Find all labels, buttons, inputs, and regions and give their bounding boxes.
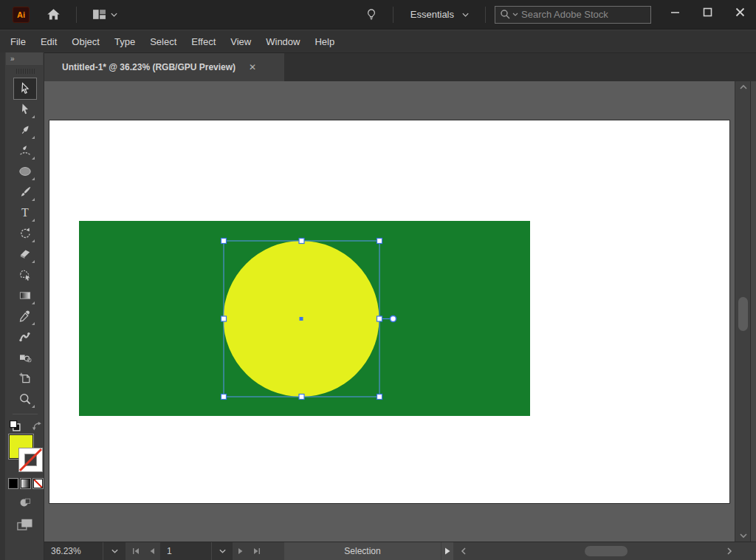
home-button[interactable]	[40, 4, 67, 25]
scroll-up-icon[interactable]	[735, 81, 751, 93]
titlebar-separator	[485, 7, 486, 23]
close-button[interactable]	[724, 0, 756, 24]
puppet-warp-tool[interactable]	[14, 327, 36, 347]
direct-selection-arrow-icon	[18, 103, 32, 116]
type-tool[interactable]: T	[14, 202, 36, 223]
arrange-documents-icon	[92, 9, 106, 20]
app-logo-text: Ai	[17, 10, 25, 19]
status-display[interactable]: Selection	[284, 542, 441, 560]
type-icon: T	[18, 206, 32, 219]
adobe-stock-search[interactable]	[495, 6, 651, 24]
eraser-icon	[18, 247, 32, 261]
shape-builder-tool[interactable]	[14, 264, 36, 285]
window-controls	[659, 0, 756, 29]
zoom-level-dropdown[interactable]	[103, 542, 126, 560]
selection-tool[interactable]	[14, 78, 36, 99]
document-tab[interactable]: Untitled-1* @ 36.23% (RGB/GPU Preview) ✕	[44, 53, 284, 81]
horizontal-scrollbar[interactable]	[458, 542, 756, 560]
search-input[interactable]	[521, 9, 639, 20]
menu-select[interactable]: Select	[150, 36, 176, 47]
artboard-tool[interactable]	[14, 368, 36, 389]
stroke-color-swatch[interactable]	[18, 448, 43, 472]
swap-fill-stroke-button[interactable]	[31, 420, 43, 431]
gradient-button[interactable]	[21, 479, 30, 488]
paint-style-buttons	[9, 479, 43, 488]
artboard-number-field[interactable]: 1	[160, 542, 212, 560]
previous-artboard-button[interactable]	[144, 542, 160, 560]
menu-file[interactable]: File	[10, 36, 26, 47]
document-tab-strip: Untitled-1* @ 36.23% (RGB/GPU Preview) ✕	[44, 52, 756, 81]
blend-icon	[18, 351, 32, 364]
status-options-button[interactable]	[441, 542, 453, 560]
screen-mode-button[interactable]	[16, 518, 34, 532]
paintbrush-tool[interactable]	[14, 182, 36, 202]
maximize-button[interactable]	[691, 0, 724, 24]
selection-handle-e[interactable]	[377, 316, 382, 321]
zoom-level-field[interactable]: 36.23%	[44, 542, 103, 560]
default-fill-stroke-button[interactable]	[9, 420, 21, 432]
last-artboard-button[interactable]	[249, 542, 265, 560]
menu-view[interactable]: View	[230, 36, 251, 47]
tools-panel: » T	[0, 52, 44, 560]
eyedropper-tool[interactable]	[14, 306, 36, 327]
scroll-down-icon[interactable]	[735, 530, 751, 542]
toolbar-expand-button[interactable]: »	[6, 52, 43, 65]
titlebar-separator	[76, 7, 77, 23]
vertical-scrollbar-thumb[interactable]	[738, 297, 748, 331]
chevron-down-icon	[461, 12, 470, 18]
next-artboard-button[interactable]	[233, 542, 249, 560]
menu-window[interactable]: Window	[266, 36, 300, 47]
first-artboard-button[interactable]	[128, 542, 144, 560]
workspace-switcher[interactable]: Essentials	[402, 4, 476, 25]
arrange-documents-button[interactable]	[86, 4, 125, 25]
menu-edit[interactable]: Edit	[41, 36, 57, 47]
selection-handle-nw[interactable]	[221, 239, 227, 244]
rotate-tool[interactable]	[14, 223, 36, 244]
menu-object[interactable]: Object	[72, 36, 100, 47]
zoom-level-value: 36.23%	[51, 546, 81, 556]
discover-button[interactable]	[359, 4, 384, 25]
artboard-number-value: 1	[167, 546, 172, 556]
blend-tool[interactable]	[14, 347, 36, 368]
scroll-left-icon[interactable]	[458, 542, 470, 560]
shape-builder-icon	[18, 268, 32, 281]
selection-handle-se[interactable]	[377, 395, 382, 400]
puppet-warp-icon	[18, 330, 32, 344]
menu-effect[interactable]: Effect	[191, 36, 216, 47]
selection-center-point[interactable]	[300, 317, 303, 321]
none-button[interactable]	[33, 479, 43, 488]
canvas-area[interactable]	[44, 81, 735, 542]
tab-close-icon[interactable]: ✕	[249, 62, 256, 72]
zoom-tool[interactable]	[14, 389, 36, 409]
menu-bar: File Edit Object Type Select Effect View…	[0, 30, 756, 52]
eraser-tool[interactable]	[14, 244, 36, 264]
selection-handle-sw[interactable]	[221, 395, 227, 400]
vertical-scrollbar[interactable]	[735, 81, 750, 542]
illustrator-window: Ai Essentials	[0, 0, 756, 560]
scroll-right-icon[interactable]	[724, 542, 735, 560]
selection-handle-ne[interactable]	[377, 239, 382, 244]
curvature-pen-icon	[18, 144, 32, 157]
gradient-tool[interactable]	[14, 285, 36, 306]
color-button[interactable]	[9, 479, 18, 488]
menu-help[interactable]: Help	[315, 36, 334, 47]
status-label: Selection	[344, 546, 380, 556]
curvature-tool[interactable]	[14, 140, 36, 161]
chevron-down-icon[interactable]	[512, 12, 518, 17]
menu-type[interactable]: Type	[114, 36, 135, 47]
selection-handle-w[interactable]	[221, 316, 227, 321]
toolbar-grip-handle[interactable]	[16, 69, 35, 74]
minimize-button[interactable]	[659, 0, 691, 24]
document-tab-title: Untitled-1* @ 36.23% (RGB/GPU Preview)	[62, 62, 236, 72]
home-icon	[47, 8, 61, 21]
title-bar: Ai Essentials	[0, 0, 756, 30]
selection-handle-n[interactable]	[299, 239, 304, 244]
ellipse-tool[interactable]	[14, 161, 36, 182]
selection-handle-s[interactable]	[299, 395, 304, 400]
drawing-modes-button[interactable]	[18, 496, 32, 509]
direct-selection-tool[interactable]	[14, 99, 36, 120]
artboard-dropdown[interactable]	[212, 542, 233, 560]
rotate-widget-handle[interactable]	[391, 316, 396, 322]
horizontal-scrollbar-thumb[interactable]	[585, 546, 628, 556]
pen-tool[interactable]	[14, 120, 36, 140]
